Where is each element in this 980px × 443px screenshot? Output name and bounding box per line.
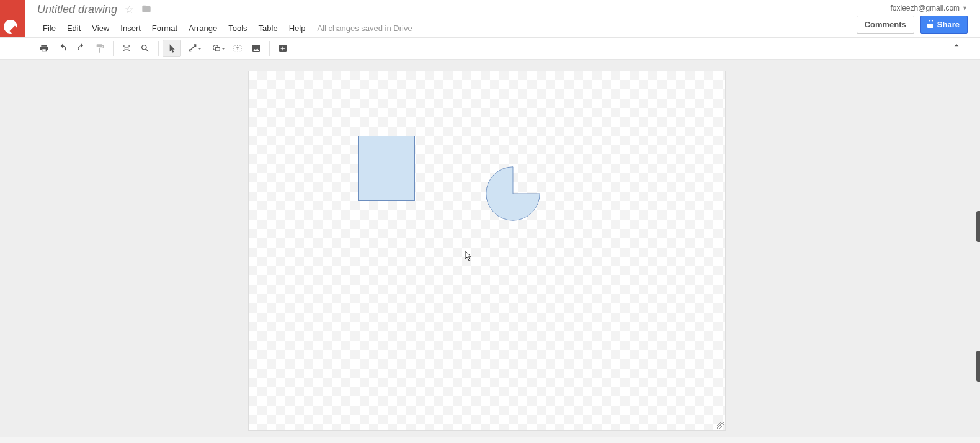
menu-insert[interactable]: Insert (115, 21, 146, 35)
toolbar-separator (269, 41, 270, 56)
account-email[interactable]: foxleezh@gmail.com ▼ (891, 4, 968, 12)
plus-box-icon (278, 43, 288, 53)
menu-bar: File Edit View Insert Format Arrange Too… (37, 19, 857, 37)
side-panel-tab[interactable] (976, 211, 980, 242)
rectangle-shape[interactable] (358, 136, 415, 201)
menu-arrange[interactable]: Arrange (183, 21, 223, 35)
workspace[interactable] (0, 60, 980, 443)
canvas-resize-handle[interactable] (717, 422, 724, 429)
textbox-button[interactable]: T (228, 40, 247, 57)
menu-table[interactable]: Table (253, 21, 283, 35)
fit-icon (122, 43, 131, 53)
zoom-icon (140, 43, 150, 53)
menu-help[interactable]: Help (283, 21, 311, 35)
line-icon (188, 43, 198, 53)
insert-comment-button[interactable] (274, 40, 292, 57)
menu-format[interactable]: Format (146, 21, 183, 35)
header-right: foxleezh@gmail.com ▼ Comments Share (857, 0, 980, 37)
shape-button[interactable] (205, 40, 228, 57)
line-button[interactable] (181, 40, 205, 57)
title-column: Untitled drawing ☆ File Edit View Insert… (25, 0, 857, 37)
print-icon (39, 43, 49, 53)
document-title[interactable]: Untitled drawing (37, 3, 117, 16)
menu-edit[interactable]: Edit (61, 21, 86, 35)
fit-button[interactable] (117, 40, 136, 57)
undo-icon (58, 43, 68, 53)
horizontal-scrollbar[interactable] (0, 437, 980, 443)
toolbar-separator (113, 41, 114, 56)
toolbar: T (0, 37, 980, 60)
redo-icon (76, 43, 86, 53)
side-panel-tab[interactable] (976, 351, 980, 382)
toolbar-separator (158, 41, 159, 56)
shape-icon (212, 43, 221, 53)
select-icon (167, 43, 177, 53)
svg-rect-2 (216, 48, 220, 51)
app-logo[interactable] (0, 0, 25, 37)
pie-shape[interactable] (484, 165, 541, 222)
image-button[interactable] (247, 40, 265, 57)
chevron-up-icon (951, 40, 961, 50)
paint-format-button[interactable] (91, 40, 109, 57)
share-button-label: Share (937, 20, 960, 29)
undo-button[interactable] (53, 40, 72, 57)
share-button[interactable]: Share (920, 16, 968, 34)
menu-tools[interactable]: Tools (223, 21, 252, 35)
drawings-logo-icon (4, 20, 17, 34)
comments-button[interactable]: Comments (857, 16, 914, 34)
app-header: Untitled drawing ☆ File Edit View Insert… (0, 0, 980, 37)
paint-format-icon (95, 43, 105, 53)
textbox-icon: T (233, 43, 243, 53)
save-status: All changes saved in Drive (317, 24, 412, 33)
image-icon (251, 43, 261, 53)
svg-text:T: T (236, 47, 239, 51)
title-row: Untitled drawing ☆ (37, 0, 857, 19)
folder-icon[interactable] (141, 4, 151, 16)
redo-button[interactable] (72, 40, 91, 57)
menu-file[interactable]: File (37, 21, 61, 35)
zoom-button[interactable] (136, 40, 154, 57)
chevron-down-icon: ▼ (962, 5, 968, 11)
select-button[interactable] (163, 40, 181, 57)
svg-rect-0 (125, 47, 128, 50)
header-buttons: Comments Share (857, 16, 968, 34)
menu-view[interactable]: View (86, 21, 115, 35)
account-email-text: foxleezh@gmail.com (891, 4, 960, 12)
drawing-canvas[interactable] (248, 71, 726, 431)
star-icon[interactable]: ☆ (125, 4, 134, 15)
lock-icon (927, 22, 933, 28)
print-button[interactable] (35, 40, 53, 57)
collapse-toolbar-button[interactable] (951, 40, 961, 53)
